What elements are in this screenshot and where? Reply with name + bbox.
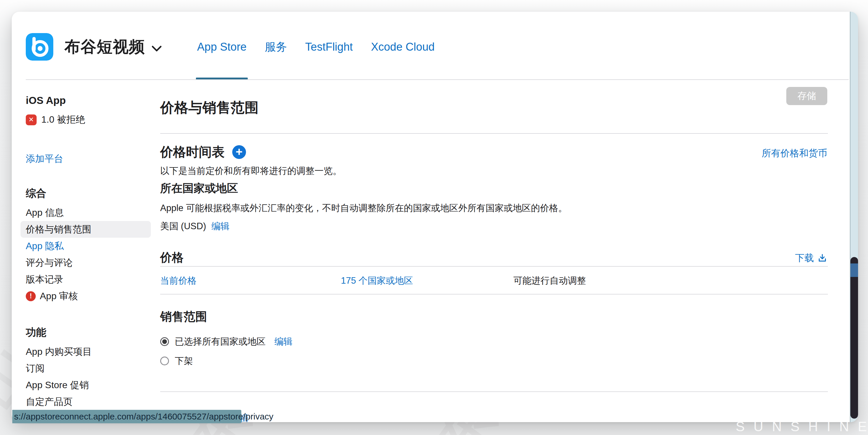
auto-adjust-note: 可能进行自动调整: [514, 275, 586, 287]
add-platform-link[interactable]: 添加平台: [26, 153, 158, 165]
current-price-link[interactable]: 当前价格: [160, 275, 341, 287]
sidebar-item-label: 版本记录: [26, 273, 63, 286]
sidebar-item-custom-product-pages[interactable]: 自定产品页: [21, 394, 151, 410]
app-store-connect-window: 布谷短视频 App Store 服务 TestFlight Xcode Clou…: [12, 12, 858, 422]
alert-icon: !: [26, 291, 36, 301]
sidebar-item-label: 评分与评论: [26, 256, 73, 269]
divider: [160, 266, 828, 267]
price-table-row: 当前价格 175 个国家或地区 可能进行自动调整: [160, 275, 828, 287]
base-country-edit-link[interactable]: 编辑: [211, 220, 229, 232]
availability-option-label: 下架: [175, 355, 193, 367]
watermark-corner: SUNSHINE: [736, 418, 868, 434]
sidebar-item-label: App 内购买项目: [26, 345, 92, 358]
sidebar-item-subscriptions[interactable]: 订阅: [21, 360, 151, 377]
sidebar-item-label: 价格与销售范围: [26, 223, 91, 236]
availability-option-all-countries: 已选择所有国家或地区 编辑: [160, 336, 292, 348]
divider: [160, 294, 828, 294]
divider: [160, 133, 828, 134]
sidebar-item-pricing-availability[interactable]: 价格与销售范围: [21, 221, 151, 238]
platform-heading: iOS App: [26, 95, 158, 106]
add-price-change-button[interactable]: +: [232, 145, 246, 159]
download-icon: [817, 253, 827, 263]
sidebar-section-features: 功能: [26, 325, 158, 339]
sidebar-section-general: 综合: [26, 186, 158, 200]
save-button[interactable]: 存储: [786, 87, 827, 105]
rejected-badge-icon: ✕: [26, 115, 37, 125]
radio-unselected[interactable]: [160, 356, 169, 365]
version-status[interactable]: ✕ 1.0 被拒绝: [26, 113, 158, 126]
sidebar-item-label: App 隐私: [26, 240, 64, 253]
countries-count-link[interactable]: 175 个国家或地区: [341, 275, 514, 287]
status-url-bar: s://appstoreconnect.apple.com/apps/14600…: [12, 410, 241, 423]
all-prices-currencies-link[interactable]: 所有价格和货币: [762, 147, 827, 160]
radio-selected[interactable]: [160, 337, 169, 346]
page-title: 价格与销售范围: [160, 98, 258, 117]
sidebar: iOS App ✕ 1.0 被拒绝 添加平台 综合 App 信息 价格与销售范围…: [26, 95, 158, 422]
sidebar-item-promotions[interactable]: App Store 促销: [21, 377, 151, 394]
price-schedule-description: 以下是当前定价和所有即将进行的调整一览。: [160, 165, 342, 177]
sidebar-item-label: 自定产品页: [26, 396, 73, 408]
price-heading: 价格: [160, 249, 184, 266]
price-schedule-heading: 价格时间表: [160, 144, 225, 161]
sidebar-item-ratings-reviews[interactable]: 评分与评论: [21, 254, 151, 271]
sidebar-item-label: App 审核: [40, 290, 78, 303]
availability-option-remove: 下架: [160, 355, 193, 367]
sidebar-item-app-info[interactable]: App 信息: [21, 204, 151, 221]
availability-option-label: 已选择所有国家或地区: [175, 336, 266, 348]
base-country-heading: 所在国家或地区: [160, 181, 238, 196]
right-edge-blue-segment: [850, 263, 858, 277]
right-edge-dark-bar: [850, 257, 858, 418]
status-url-text: s://appstoreconnect.apple.com/apps/14600…: [14, 411, 274, 422]
divider: [160, 392, 828, 392]
base-country-description: Apple 可能根据税率或外汇汇率的变化，不时自动调整除所在的国家或地区外所有国…: [160, 202, 567, 214]
sidebar-item-in-app-purchases[interactable]: App 内购买项目: [21, 343, 151, 360]
download-link-label: 下载: [795, 252, 814, 265]
availability-heading: 销售范围: [160, 309, 207, 324]
base-country-value: 美国 (USD): [160, 220, 206, 232]
sidebar-item-label: App Store 促销: [26, 379, 89, 392]
sidebar-item-app-privacy[interactable]: App 隐私: [21, 238, 151, 254]
app-logo-icon: [26, 33, 53, 61]
availability-edit-link[interactable]: 编辑: [274, 336, 292, 348]
download-link[interactable]: 下载: [795, 252, 827, 265]
sidebar-item-label: App 信息: [26, 206, 64, 219]
app-name: 布谷短视频: [64, 36, 145, 58]
main-content: 价格与销售范围 存储 价格时间表 + 所有价格和货币 以下是当前定价和所有即将进…: [160, 12, 828, 422]
version-status-label: 1.0 被拒绝: [41, 113, 85, 126]
sidebar-item-version-history[interactable]: 版本记录: [21, 271, 151, 288]
sidebar-item-app-review[interactable]: ! App 审核: [21, 288, 151, 305]
sidebar-item-label: 订阅: [26, 362, 44, 375]
